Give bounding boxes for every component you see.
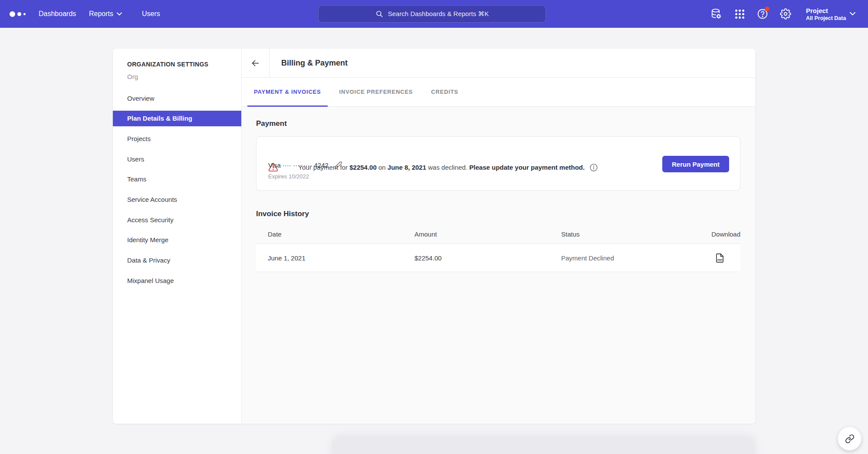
settings-gear-icon[interactable] xyxy=(779,8,792,20)
nav-reports[interactable]: Reports xyxy=(89,0,122,28)
notification-dot xyxy=(765,7,769,11)
nav-dashboards[interactable]: Dashboards xyxy=(39,0,76,28)
app-screen: Dashboards Reports Users Search Dashboar… xyxy=(0,0,868,454)
svg-text:PDF: PDF xyxy=(717,258,723,261)
data-management-icon[interactable] xyxy=(710,8,722,20)
search-icon xyxy=(375,10,383,18)
tab-invoice-preferences[interactable]: INVOICE PREFERENCES xyxy=(333,78,420,107)
nav-dashboards-label: Dashboards xyxy=(39,10,76,18)
tab-payment-invoices[interactable]: PAYMENT & INVOICES xyxy=(247,78,328,107)
link-icon xyxy=(845,434,855,444)
invoice-date: June 1, 2021 xyxy=(268,254,414,262)
tab-bar: PAYMENT & INVOICES INVOICE PREFERENCES C… xyxy=(242,78,755,107)
invoice-history-heading: Invoice History xyxy=(256,210,309,218)
info-icon[interactable] xyxy=(589,148,615,187)
apps-grid-icon[interactable] xyxy=(733,8,746,20)
pdf-file-icon[interactable]: PDF xyxy=(715,253,740,263)
sidebar-item-data-privacy[interactable]: Data & Privacy xyxy=(113,253,241,268)
project-label: Project xyxy=(806,7,846,15)
nav-reports-label: Reports xyxy=(89,10,113,18)
rerun-payment-button[interactable]: Rerun Payment xyxy=(662,156,729,172)
sidebar-item-users[interactable]: Users xyxy=(113,151,241,167)
arrow-left-icon xyxy=(251,59,260,68)
col-status: Status xyxy=(561,230,709,238)
search-placeholder: Search Dashboards & Reports ⌘K xyxy=(388,10,489,18)
payment-method-row: Visa ···· ···· ···· 4242 xyxy=(268,161,342,169)
invoice-table: Date Amount Status Download June 1, 2021… xyxy=(256,224,740,272)
nav-users-label: Users xyxy=(142,10,160,18)
payment-declined-alert: Your payment for $2254.00 on June 8, 202… xyxy=(256,136,740,191)
sidebar-item-overview[interactable]: Overview xyxy=(113,91,241,106)
table-row: June 1, 2021 $2254.00 Payment Declined P… xyxy=(256,243,740,272)
sidebar-section-title: ORGANIZATION SETTINGS xyxy=(127,61,208,68)
top-navbar: Dashboards Reports Users Search Dashboar… xyxy=(0,0,868,28)
project-value: All Project Data xyxy=(806,15,846,22)
payment-heading: Payment xyxy=(256,119,287,128)
card-expiry: Expires 10/2022 xyxy=(268,173,309,180)
col-download: Download xyxy=(709,230,740,238)
invoice-amount: $2254.00 xyxy=(414,254,561,262)
settings-sidebar: ORGANIZATION SETTINGS Org Overview Plan … xyxy=(113,49,242,424)
sidebar-item-teams[interactable]: Teams xyxy=(113,171,241,187)
project-selector[interactable]: Project All Project Data xyxy=(806,0,846,28)
org-name: Org xyxy=(127,73,138,80)
edit-pencil-icon[interactable] xyxy=(334,161,342,169)
sidebar-item-plan-details-billing[interactable]: Plan Details & Billing xyxy=(113,111,241,126)
sidebar-item-identity-merge[interactable]: Identity Merge xyxy=(113,232,241,248)
col-amount: Amount xyxy=(414,230,561,238)
page-header: Billing & Payment xyxy=(242,49,755,78)
settings-card: ORGANIZATION SETTINGS Org Overview Plan … xyxy=(113,49,755,424)
page-title: Billing & Payment xyxy=(281,59,348,68)
card-summary: Visa ···· ···· ···· 4242 xyxy=(268,161,329,169)
invoice-status: Payment Declined xyxy=(561,254,709,262)
mixpanel-logo-dots-icon[interactable] xyxy=(10,0,26,28)
bottom-panel-edge xyxy=(332,437,755,454)
tab-credits[interactable]: CREDITS xyxy=(424,78,465,107)
sidebar-item-mixpanel-usage[interactable]: Mixpanel Usage xyxy=(113,273,241,289)
back-button[interactable] xyxy=(242,49,270,77)
nav-users[interactable]: Users xyxy=(142,0,160,28)
invoice-table-header: Date Amount Status Download xyxy=(256,224,740,243)
sidebar-item-service-accounts[interactable]: Service Accounts xyxy=(113,192,241,207)
settings-content: Billing & Payment PAYMENT & INVOICES INV… xyxy=(242,49,755,424)
project-chevron-down-icon[interactable] xyxy=(850,12,855,16)
sidebar-item-projects[interactable]: Projects xyxy=(113,131,241,147)
help-icon[interactable] xyxy=(756,8,769,20)
tab-body: Payment Your payment for $2254.00 on Jun… xyxy=(242,107,755,424)
col-date: Date xyxy=(268,230,414,238)
search-input[interactable]: Search Dashboards & Reports ⌘K xyxy=(318,5,546,23)
copy-link-button[interactable] xyxy=(838,427,861,451)
chevron-down-icon xyxy=(117,12,122,16)
sidebar-item-access-security[interactable]: Access Security xyxy=(113,212,241,228)
